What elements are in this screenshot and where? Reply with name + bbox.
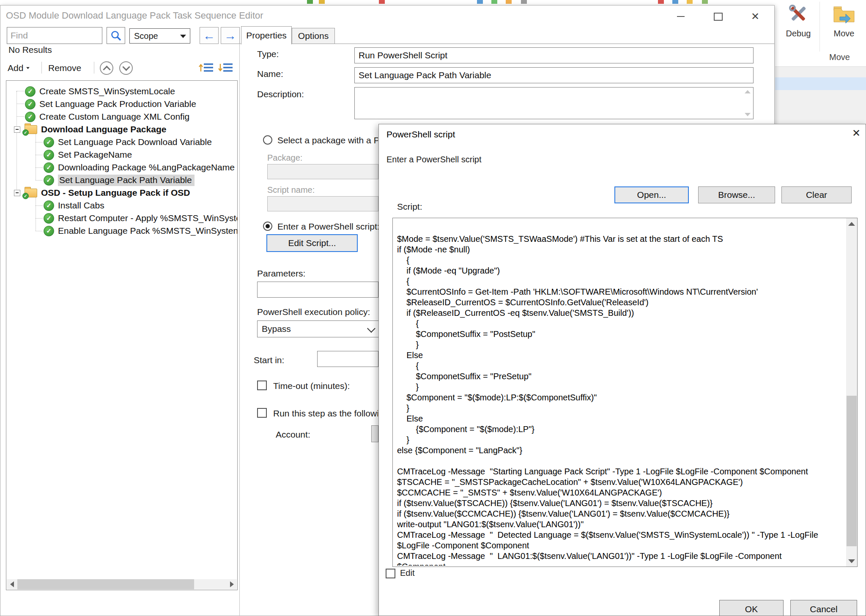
group-folder-icon: ✓ [25, 189, 37, 197]
success-check-icon: ✓ [44, 200, 54, 211]
tree-item-step[interactable]: ✓ Install Cabs [6, 199, 237, 212]
parameters-field[interactable] [257, 282, 378, 298]
task-sequence-tree[interactable]: ✓ Create SMSTS_WinSystemLocale ✓ Set Lan… [6, 80, 238, 590]
move-button[interactable]: Move [823, 1, 865, 52]
remove-button[interactable]: Remove [48, 61, 81, 75]
toolbar-separator [94, 62, 94, 74]
toolbar-separator [41, 62, 42, 74]
tree-item-step-selected[interactable]: ✓ Set Language Pack Path Variable [6, 174, 237, 186]
enter-script-radio[interactable] [263, 222, 272, 231]
chevron-down-icon [27, 67, 30, 69]
remove-button-label: Remove [48, 63, 81, 73]
maximize-button[interactable] [705, 8, 731, 25]
search-results-status: No Results [8, 45, 52, 55]
powershell-script-dialog: PowerShell script ✕ Enter a PowerShell s… [378, 124, 866, 616]
package-field [267, 164, 378, 179]
debug-button-label: Debug [778, 29, 818, 38]
success-check-icon: ✓ [25, 86, 36, 97]
dialog-close-button[interactable]: ✕ [850, 127, 863, 140]
ok-button[interactable]: OK [719, 600, 784, 616]
success-check-icon: ✓ [44, 213, 54, 224]
scroll-right-arrow[interactable] [227, 579, 237, 589]
close-button[interactable]: ✕ [743, 8, 768, 25]
tree-item-step[interactable]: ✓ Set PackageName [6, 148, 237, 161]
tools-icon [787, 3, 810, 25]
reorder-up-button[interactable] [198, 61, 215, 74]
edit-checkbox[interactable] [386, 569, 395, 578]
debug-button[interactable]: Debug [778, 1, 818, 52]
clear-button[interactable]: Clear [781, 186, 852, 203]
chevron-down-icon [180, 35, 186, 38]
timeout-checkbox[interactable] [257, 381, 267, 390]
browse-button[interactable]: Browse... [698, 186, 775, 203]
horizontal-scrollbar[interactable] [7, 579, 237, 589]
tree-item-label: OSD - Setup Language Pack if OSD [41, 188, 190, 198]
list-move-down-icon [218, 62, 233, 74]
tree-item-step[interactable]: ✓ Create SMSTS_WinSystemLocale [6, 85, 237, 98]
scrollbar-thumb[interactable] [847, 396, 857, 546]
taskbar-icon-fragment [672, 0, 678, 4]
collapse-expander-icon[interactable] [14, 126, 20, 133]
script-content[interactable]: $Mode = $tsenv.Value('SMSTS_TSWaaSMode')… [397, 223, 844, 566]
chevron-down-icon [122, 63, 130, 71]
taskbar-icon-fragment [307, 0, 313, 4]
description-field[interactable] [354, 87, 754, 119]
search-button[interactable] [107, 27, 125, 44]
tab-properties[interactable]: Properties [241, 26, 292, 44]
tree-item-step[interactable]: ✓ Set Language Pack Production Variable [6, 98, 237, 110]
execution-policy-value: Bypass [262, 324, 291, 334]
start-in-field[interactable] [317, 351, 378, 367]
open-button[interactable]: Open... [614, 186, 689, 203]
add-button[interactable]: Add [8, 61, 31, 75]
tree-item-label: Set Language Pack Production Variable [39, 99, 196, 109]
edit-script-button[interactable]: Edit Script... [266, 234, 358, 252]
cancel-button[interactable]: Cancel [790, 600, 857, 616]
tree-item-label: Set Language Pack Path Variable [58, 175, 195, 186]
scrollbar-thumb[interactable] [17, 579, 194, 589]
success-check-icon: ✓ [44, 226, 54, 236]
ribbon-separator [819, 2, 820, 52]
scope-dropdown[interactable]: Scope [129, 28, 190, 44]
tree-item-group[interactable]: ✓ OSD - Setup Language Pack if OSD [6, 186, 237, 199]
scroll-up-arrow[interactable] [846, 218, 857, 229]
tree-item-label: Install Cabs [58, 200, 104, 211]
expand-all-button[interactable] [119, 61, 133, 75]
tree-item-label: Enable Language Pack %SMSTS_WinSysten [58, 226, 238, 236]
reorder-down-button[interactable] [217, 61, 234, 74]
run-as-label: Run this step as the followin [273, 408, 378, 419]
navigate-back-button[interactable]: ← [200, 27, 219, 44]
tree-item-group[interactable]: ✓ Download Language Package [6, 123, 237, 136]
type-field[interactable] [354, 47, 754, 63]
script-editor[interactable]: $Mode = $tsenv.Value('SMSTS_TSWaaSMode')… [392, 218, 858, 567]
tree-item-step[interactable]: ✓ Enable Language Pack %SMSTS_WinSysten [6, 224, 237, 237]
name-label: Name: [257, 69, 283, 79]
success-check-icon: ✓ [44, 150, 54, 160]
minimize-button[interactable] [668, 8, 693, 25]
tab-options[interactable]: Options [292, 28, 335, 44]
success-check-icon: ✓ [44, 175, 54, 186]
navigate-forward-button[interactable]: → [221, 27, 240, 44]
taskbar-icon-fragment [687, 0, 693, 4]
collapse-all-button[interactable] [100, 61, 113, 75]
scroll-left-arrow[interactable] [7, 579, 17, 589]
select-package-radio[interactable] [263, 135, 272, 145]
find-input[interactable] [7, 27, 102, 44]
set-account-button-partial[interactable] [371, 425, 378, 442]
collapse-expander-icon[interactable] [14, 190, 20, 196]
execution-policy-dropdown[interactable]: Bypass [257, 320, 381, 337]
move-button-label: Move [823, 29, 865, 38]
script-name-field [267, 196, 378, 211]
tree-item-step[interactable]: ✓ Create Custom Language XML Config [6, 110, 237, 123]
vertical-scrollbar[interactable] [846, 218, 857, 567]
scroll-down-arrow[interactable] [846, 556, 857, 567]
tree-item-step[interactable]: ✓ Restart Computer - Apply %SMSTS_WinSys… [6, 212, 237, 224]
tree-item-step[interactable]: ✓ Downloading Package %LangPackageName [6, 161, 237, 174]
tree-item-label: Restart Computer - Apply %SMSTS_WinSyste [58, 213, 238, 223]
tree-item-label: Create Custom Language XML Config [39, 112, 189, 122]
name-field[interactable] [354, 67, 754, 83]
tree-item-step[interactable]: ✓ Set Language Pack Download Variable [6, 136, 237, 148]
ribbon-group-label: Move [813, 52, 866, 62]
search-icon [110, 30, 122, 41]
run-as-checkbox[interactable] [257, 408, 267, 418]
parameters-label: Parameters: [257, 268, 305, 279]
